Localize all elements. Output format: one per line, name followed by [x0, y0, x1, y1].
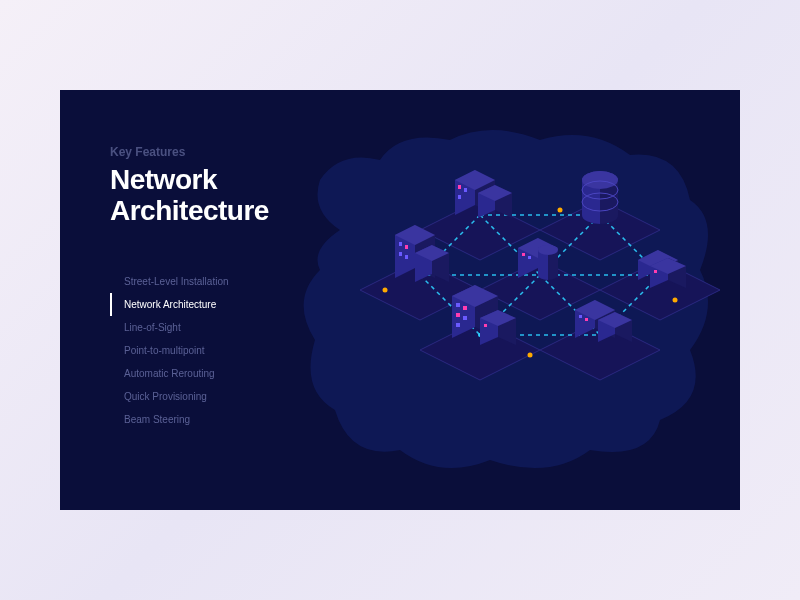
svg-rect-72	[456, 323, 460, 327]
svg-rect-70	[456, 313, 460, 317]
headline-line-1: Network	[110, 164, 217, 195]
network-illustration	[280, 110, 720, 490]
svg-rect-54	[522, 253, 525, 256]
menu-item-beam-steering[interactable]: Beam Steering	[110, 408, 229, 431]
menu-item-automatic-rerouting[interactable]: Automatic Rerouting	[110, 362, 229, 385]
svg-rect-69	[463, 306, 467, 310]
svg-rect-80	[579, 315, 582, 318]
building-cluster-2	[582, 171, 618, 224]
menu-item-point-to-multipoint[interactable]: Point-to-multipoint	[110, 339, 229, 362]
feature-menu: Street-Level Installation Network Archit…	[110, 270, 229, 431]
menu-item-network-architecture[interactable]: Network Architecture	[110, 293, 229, 316]
svg-rect-31	[458, 195, 461, 199]
feature-panel: Key Features Network Architecture Street…	[60, 90, 740, 510]
header-block: Key Features Network Architecture	[110, 145, 269, 227]
svg-rect-76	[484, 324, 487, 327]
menu-item-quick-provisioning[interactable]: Quick Provisioning	[110, 385, 229, 408]
svg-point-57	[538, 245, 558, 255]
isometric-city-icon	[280, 110, 720, 490]
svg-rect-44	[399, 242, 402, 246]
svg-rect-29	[458, 185, 461, 189]
svg-rect-71	[463, 316, 467, 320]
menu-item-street-level[interactable]: Street-Level Installation	[110, 270, 229, 293]
svg-rect-45	[405, 245, 408, 249]
svg-rect-30	[464, 188, 467, 192]
svg-rect-64	[654, 270, 657, 273]
svg-point-88	[558, 208, 563, 213]
menu-item-line-of-sight[interactable]: Line-of-Sight	[110, 316, 229, 339]
svg-point-38	[582, 171, 618, 189]
svg-point-87	[673, 298, 678, 303]
svg-rect-55	[528, 256, 531, 259]
svg-rect-46	[399, 252, 402, 256]
svg-rect-68	[456, 303, 460, 307]
section-subtitle: Key Features	[110, 145, 269, 159]
svg-point-86	[528, 353, 533, 358]
section-headline: Network Architecture	[110, 165, 269, 227]
svg-point-85	[383, 288, 388, 293]
svg-rect-81	[585, 318, 588, 321]
headline-line-2: Architecture	[110, 195, 269, 226]
svg-rect-47	[405, 255, 408, 259]
